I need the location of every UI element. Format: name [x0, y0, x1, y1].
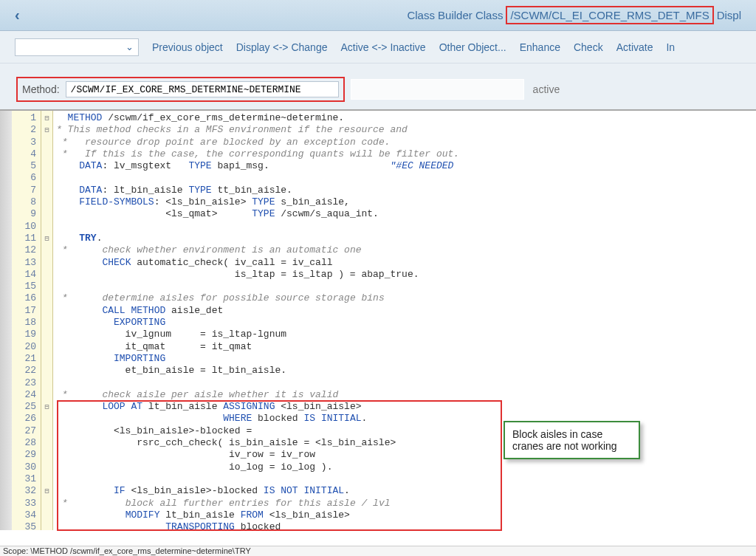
title-suffix: Displ [717, 9, 741, 21]
object-dropdown[interactable]: ⌄ [15, 38, 139, 56]
title-prefix: Class Builder Class [407, 9, 503, 21]
btn-enhance[interactable]: Enhance [520, 41, 560, 53]
method-field-highlight: Method: [16, 77, 345, 102]
btn-activate[interactable]: Activate [616, 41, 653, 53]
annotation-callout: Block aisles in case cranes are not work… [504, 421, 640, 459]
chevron-down-icon: ⌄ [126, 41, 134, 52]
main-toolbar: ⌄ Previous object Display <-> Change Act… [0, 31, 756, 64]
code-editor[interactable]: 1234567891011121314151617181920212223242… [0, 109, 756, 530]
fold-gutter[interactable]: ⊟⊟ ⊟ ⊟ ⊟ [41, 111, 53, 530]
btn-active-inactive[interactable]: Active <-> Inactive [340, 41, 425, 53]
status-bar: Scope: \METHOD /scwm/if_ex_core_rms_dete… [0, 546, 756, 556]
method-label: Method: [22, 83, 60, 95]
btn-check[interactable]: Check [574, 41, 603, 53]
btn-display-change[interactable]: Display <-> Change [236, 41, 328, 53]
method-status: active [533, 83, 560, 95]
left-gutter [0, 111, 12, 530]
window-header: ‹ Class Builder Class /SCWM/CL_EI_CORE_R… [0, 0, 756, 31]
back-button[interactable]: ‹ [9, 4, 26, 27]
class-name-highlight: /SCWM/CL_EI_CORE_RMS_DET_MFS [506, 6, 713, 24]
title-area: Class Builder Class /SCWM/CL_EI_CORE_RMS… [407, 6, 741, 24]
btn-other-object[interactable]: Other Object... [439, 41, 506, 53]
annotation-text: Block aisles in case cranes are not work… [512, 428, 617, 452]
line-number-gutter: 1234567891011121314151617181920212223242… [12, 111, 41, 530]
scope-text: Scope: \METHOD /scwm/if_ex_core_rms_dete… [3, 546, 251, 555]
btn-previous-object[interactable]: Previous object [152, 41, 223, 53]
btn-in[interactable]: In [666, 41, 675, 53]
method-bar: Method: active [0, 64, 756, 109]
code-text-area[interactable]: METHOD /scwm/if_ex_core_rms_determine~de… [53, 111, 756, 530]
method-input[interactable] [66, 81, 339, 97]
method-readonly-field [351, 79, 524, 100]
